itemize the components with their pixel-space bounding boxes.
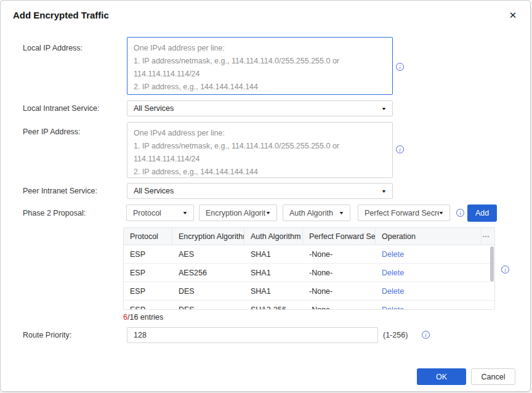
table-row: ESP DES SHA1 -None- Delete [124, 282, 494, 301]
route-priority-hint: (1-256) [383, 331, 408, 339]
peer-ip-textarea[interactable] [127, 122, 393, 178]
column-settings-icon[interactable]: ••• [482, 228, 494, 245]
cell-auth: SHA1 [244, 269, 303, 277]
cell-protocol: ESP [124, 250, 172, 259]
table-info-icon[interactable]: i [501, 265, 509, 273]
phase2-pfs-select[interactable]: Perfect Forward Secre ▼ [358, 205, 450, 221]
cell-encryption: AES256 [172, 269, 244, 277]
cancel-button[interactable]: Cancel [471, 368, 515, 385]
delete-link[interactable]: Delete [376, 287, 482, 296]
close-icon[interactable]: ✕ [507, 9, 519, 22]
cell-pfs: -None- [303, 269, 376, 277]
dialog-title: Add Encrypted Traffic [13, 10, 109, 20]
cell-pfs: -None- [303, 250, 376, 259]
route-priority-input[interactable] [127, 327, 378, 343]
table-header-row: Protocol Encryption Algorithm Auth Algor… [124, 228, 494, 245]
cell-encryption: AES [172, 250, 244, 259]
chevron-down-icon: ▼ [381, 107, 387, 111]
phase2-protocol-select[interactable]: Protocol ▼ [126, 205, 194, 221]
col-protocol: Protocol [124, 228, 172, 245]
col-perfect-forward-secrecy: Perfect Forward Secrecy [303, 228, 376, 245]
phase2-auth-select[interactable]: Auth Algorith ▼ [283, 205, 350, 221]
cell-protocol: ESP [124, 287, 172, 296]
cell-protocol: ESP [124, 269, 172, 277]
phase2-pfs-value: Perfect Forward Secre [365, 209, 439, 217]
route-priority-info-icon[interactable]: i [422, 331, 430, 339]
entries-counter: 6/16 entries [123, 313, 163, 322]
table-body: ESP AES SHA1 -None- Delete ESP AES256 SH… [124, 245, 494, 309]
phase2-encryption-value: Encryption Algorit [206, 209, 265, 217]
phase2-auth-value: Auth Algorith [289, 209, 333, 217]
table-scrollbar[interactable] [490, 246, 494, 282]
cell-auth: SHA2-256 [244, 306, 303, 310]
add-button[interactable]: Add [467, 205, 497, 222]
col-auth-algorithm: Auth Algorithm [244, 228, 303, 245]
table-row: ESP AES SHA1 -None- Delete [124, 245, 494, 264]
peer-intranet-service-value: All Services [134, 187, 174, 195]
cell-protocol: ESP [124, 306, 172, 310]
local-ip-label: Local IP Address: [23, 44, 83, 52]
cell-auth: SHA1 [244, 250, 303, 259]
local-ip-info-icon[interactable]: i [396, 63, 404, 71]
entries-total: /16 entries [127, 313, 163, 322]
delete-link[interactable]: Delete [376, 250, 482, 259]
table-row: ESP AES256 SHA1 -None- Delete [124, 264, 494, 282]
cell-pfs: -None- [303, 306, 376, 310]
col-operation: Operation [376, 228, 482, 245]
local-intranet-service-label: Local Intranet Service: [23, 104, 99, 113]
ok-button[interactable]: OK [417, 368, 466, 385]
cell-auth: SHA1 [244, 287, 303, 296]
delete-link[interactable]: Delete [376, 269, 482, 277]
phase2-encryption-select[interactable]: Encryption Algorit ▼ [199, 205, 277, 221]
cell-encryption: DES [172, 306, 244, 310]
peer-ip-label: Peer IP Address: [23, 128, 81, 136]
add-encrypted-traffic-dialog: Add Encrypted Traffic ✕ Local IP Address… [0, 0, 531, 392]
cell-pfs: -None- [303, 287, 376, 296]
local-ip-textarea[interactable] [127, 37, 393, 95]
peer-intranet-service-select[interactable]: All Services ▼ [127, 183, 393, 199]
local-intranet-service-value: All Services [134, 104, 174, 113]
phase2-proposal-label: Phase 2 Proposal: [23, 209, 86, 217]
cell-encryption: DES [172, 287, 244, 296]
route-priority-label: Route Priority: [23, 331, 71, 339]
local-intranet-service-select[interactable]: All Services ▼ [127, 100, 393, 116]
chevron-down-icon: ▼ [438, 211, 444, 215]
chevron-down-icon: ▼ [182, 211, 188, 215]
chevron-down-icon: ▼ [265, 211, 271, 215]
chevron-down-icon: ▼ [339, 211, 344, 215]
phase2-protocol-value: Protocol [133, 209, 161, 217]
chevron-down-icon: ▼ [381, 189, 387, 193]
entries-current: 6 [123, 313, 127, 322]
table-row: ESP DES SHA2-256 -None- Delete [124, 301, 494, 309]
peer-intranet-service-label: Peer Intranet Service: [23, 187, 97, 195]
phase2-info-icon[interactable]: i [456, 209, 464, 217]
col-encryption-algorithm: Encryption Algorithm [172, 228, 244, 245]
phase2-proposal-table: Protocol Encryption Algorithm Auth Algor… [123, 227, 495, 310]
peer-ip-info-icon[interactable]: i [396, 145, 404, 153]
delete-link[interactable]: Delete [376, 306, 482, 310]
